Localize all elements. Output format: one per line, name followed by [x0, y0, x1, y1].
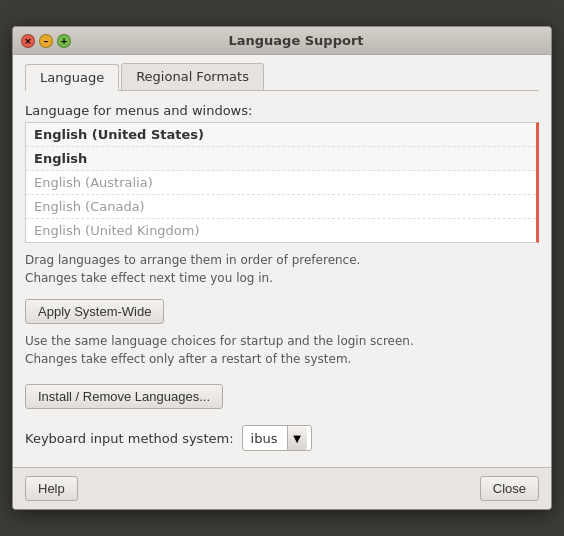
list-label: Language for menus and windows: — [25, 103, 539, 118]
drag-hint: Drag languages to arrange them in order … — [25, 251, 539, 287]
language-list: English (United States) English English … — [25, 122, 539, 243]
keyboard-input-row: Keyboard input method system: ibus ▼ — [25, 425, 539, 451]
install-remove-button[interactable]: Install / Remove Languages... — [25, 384, 223, 409]
list-item[interactable]: English (United States) — [26, 123, 536, 147]
list-item[interactable]: English (Canada) — [26, 195, 536, 219]
keyboard-method-value: ibus — [251, 431, 283, 446]
apply-system-wide-button[interactable]: Apply System-Wide — [25, 299, 164, 324]
keyboard-method-dropdown[interactable]: ibus ▼ — [242, 425, 312, 451]
footer: Help Close — [13, 467, 551, 509]
apply-description: Use the same language choices for startu… — [25, 332, 539, 368]
window-title: Language Support — [79, 33, 513, 48]
keyboard-label: Keyboard input method system: — [25, 431, 234, 446]
close-button[interactable]: Close — [480, 476, 539, 501]
main-window: × – + Language Support Language Regional… — [12, 26, 552, 510]
tab-language[interactable]: Language — [25, 64, 119, 91]
main-content: Language Regional Formats Language for m… — [13, 55, 551, 463]
minimize-button[interactable]: – — [39, 34, 53, 48]
tab-regional[interactable]: Regional Formats — [121, 63, 264, 90]
close-window-button[interactable]: × — [21, 34, 35, 48]
tab-bar: Language Regional Formats — [25, 63, 539, 91]
list-item[interactable]: English — [26, 147, 536, 171]
list-item[interactable]: English (Australia) — [26, 171, 536, 195]
window-controls: × – + — [21, 34, 71, 48]
title-bar: × – + Language Support — [13, 27, 551, 55]
maximize-button[interactable]: + — [57, 34, 71, 48]
dropdown-arrow-icon: ▼ — [287, 426, 307, 450]
help-button[interactable]: Help — [25, 476, 78, 501]
list-item[interactable]: English (United Kingdom) — [26, 219, 536, 242]
